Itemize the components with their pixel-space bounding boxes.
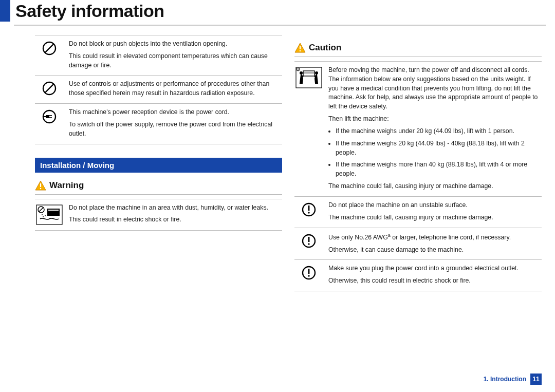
title-bar: Safety information [0,0,555,22]
plug-icon [35,108,64,138]
row-text-line: Otherwise, this could result in electric… [328,276,542,286]
row-text-line: This machine's power reception device is… [69,108,282,117]
notice-icon [294,264,323,286]
row-text-line: The machine could fall, causing injury o… [328,213,542,222]
lift-icon [294,66,323,191]
notice-icon [294,201,323,222]
safety-row: Do not block or push objects into the ve… [35,35,282,76]
row-text-line: The machine could fall, causing injury o… [328,182,542,191]
title-accent [0,0,10,22]
row-text-line: Before moving the machine, turn the powe… [328,66,542,111]
content-columns: Do not block or push objects into the ve… [0,26,555,291]
row-text: Do not place the machine in an area with… [69,203,282,225]
text-post: or larger, telephone line cord, if neces… [391,234,511,241]
safety-row: Do not place the machine on an unstable … [294,197,542,228]
list-item: If the machine weighs 20 kg (44.09 lbs) … [336,139,542,158]
row-text-line: Do not place the machine on an unstable … [328,201,542,210]
warning-heading-text: Warning [49,180,84,191]
row-text-line: To switch off the power supply, remove t… [69,120,282,139]
row-text-line: Otherwise, it can cause damage to the ma… [328,246,542,255]
heading-rule [35,194,282,195]
text-pre: Use only No.26 AWG [328,234,388,241]
left-column: Do not block or push objects into the ve… [35,35,282,291]
section-bar-installation: Installation / Moving [35,158,282,173]
list-item: If the machine weighs under 20 kg (44.09… [336,127,542,136]
warning-heading: Warning [35,180,282,191]
safety-row: Use of controls or adjustments or perfor… [35,76,282,104]
row-text: Before moving the machine, turn the powe… [328,66,542,191]
row-text: Make sure you plug the power cord into a… [328,264,542,286]
row-text-line: Do not block or push objects into the ve… [69,40,282,49]
row-text-line: This could result in electric shock or f… [69,215,282,225]
list-item: If the machine weighs more than 40 kg (8… [336,160,542,179]
row-text-line: Use of controls or adjustments or perfor… [69,80,282,98]
lift-instructions-list: If the machine weighs under 20 kg (44.09… [336,127,542,179]
prohibit-icon [35,80,64,98]
safety-row: Do not place the machine in an area with… [35,199,282,231]
safety-row: This machine's power reception device is… [35,104,282,144]
safety-row: Before moving the machine, turn the powe… [294,61,542,197]
row-text: Do not place the machine on an unstable … [328,201,542,222]
row-text-line: Do not place the machine in an area with… [69,203,282,213]
safety-row: Use only No.26 AWGa or larger, telephone… [294,228,542,260]
row-text: Use of controls or adjustments or perfor… [69,80,282,98]
row-text-line: Then lift the machine: [328,115,542,124]
page-title: Safety information [15,1,164,21]
caution-heading-text: Caution [309,43,341,53]
caution-heading: Caution [294,42,542,53]
warning-triangle-icon [35,180,46,191]
row-text: Use only No.26 AWGa or larger, telephone… [328,232,542,255]
page-footer: 1. Introduction 11 [484,374,542,385]
row-text-line: This could result in elevated component … [69,52,282,70]
right-column: Caution Before moving the machine, turn … [294,35,542,291]
caution-triangle-icon [294,42,306,53]
heading-rule [294,57,542,57]
row-text-line: Use only No.26 AWGa or larger, telephone… [328,232,542,242]
safety-row: Make sure you plug the power cord into a… [294,260,542,291]
row-text: Do not block or push objects into the ve… [69,40,282,70]
footer-page-number: 11 [530,374,542,385]
notice-icon [294,232,323,255]
footer-chapter: 1. Introduction [484,376,526,383]
row-text-line: Make sure you plug the power cord into a… [328,264,542,273]
prohibit-icon [35,40,64,70]
row-text: This machine's power reception device is… [69,108,282,138]
no-water-icon [35,203,64,225]
